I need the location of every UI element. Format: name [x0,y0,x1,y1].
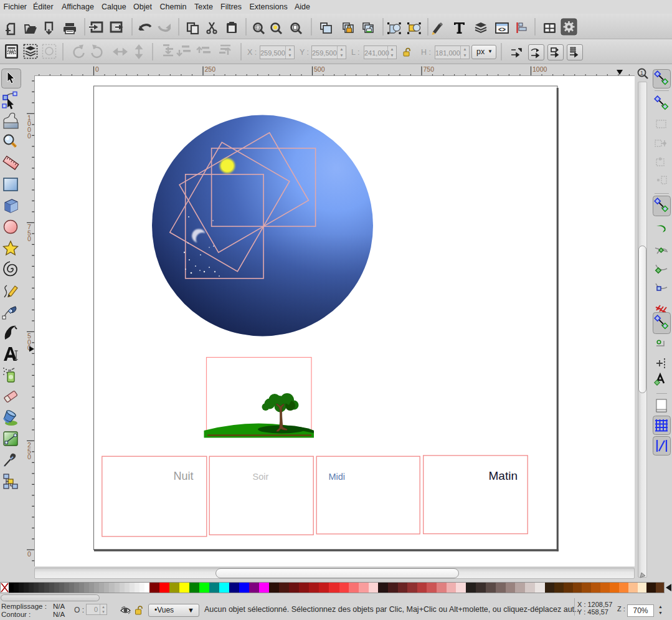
svg-text:0: 0 [27,453,31,460]
svg-text:Soir: Soir [253,472,269,482]
svg-text:1: 1 [640,70,643,76]
svg-text:0: 0 [95,65,99,73]
svg-text:Matin: Matin [489,469,518,482]
svg-text:250: 250 [205,65,216,73]
svg-text:500: 500 [314,65,325,73]
svg-text:Nuit: Nuit [173,470,193,482]
svg-text:0: 0 [27,235,31,242]
svg-text:0: 0 [27,132,31,140]
svg-text:<>: <> [498,27,506,34]
svg-text:Midi: Midi [329,472,346,482]
svg-text:1000: 1000 [532,65,547,73]
svg-text:0: 0 [27,550,31,558]
svg-text:750: 750 [424,65,435,73]
